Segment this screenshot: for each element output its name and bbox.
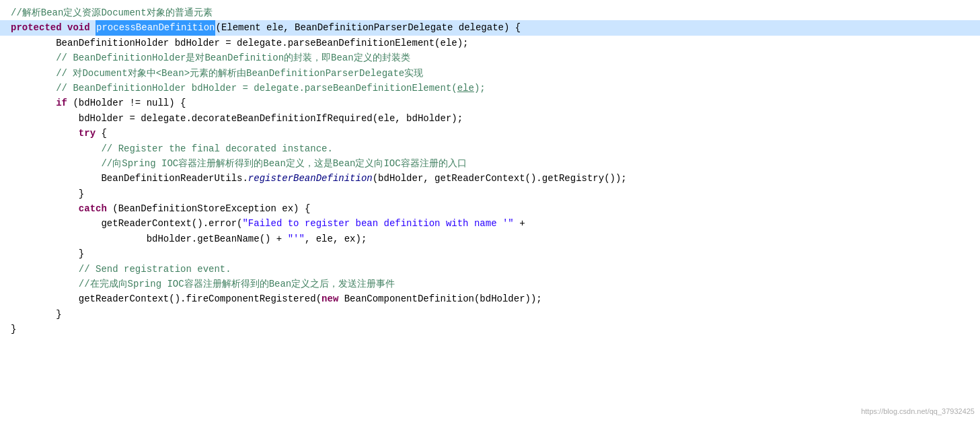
plain-15b: +: [514, 216, 525, 231]
plain-space-2: [90, 20, 96, 35]
code-line-20: getReaderContext().fireComponentRegister…: [0, 291, 980, 306]
plain-12b: (bdHolder, getReaderContext().getRegistr…: [373, 171, 627, 186]
keyword-protected: protected: [11, 20, 62, 35]
str-15: "Failed to register bean definition with…: [242, 216, 513, 231]
code-line-7: if (bdHolder != null) {: [0, 96, 980, 110]
code-line-21: }: [0, 307, 980, 322]
plain-20b: BeanComponentDefinition(bdHolder));: [338, 291, 541, 306]
plain-12a: BeanDefinitionReaderUtils.: [11, 171, 248, 186]
code-line-13: }: [0, 186, 980, 201]
code-line-12: BeanDefinitionReaderUtils. registerBeanD…: [0, 171, 980, 186]
code-line-17: }: [0, 246, 980, 261]
keyword-catch: catch: [79, 201, 107, 216]
comment-1: //解析Bean定义资源Document对象的普通元素: [11, 5, 213, 20]
comment-19: //在完成向Spring IOC容器注册解析得到的Bean定义之后，发送注册事件: [11, 277, 395, 291]
code-line-4: // BeanDefinitionHolder是对BeanDefinition的…: [0, 50, 980, 65]
comment-4a: //: [11, 50, 73, 65]
code-line-10: // Register the final decorated instance…: [0, 141, 980, 156]
code-line-1: //解析Bean定义资源Document对象的普通元素: [0, 5, 980, 20]
code-line-14: catch (BeanDefinitionStoreException ex) …: [0, 201, 980, 216]
method-registerBeanDefinition: registerBeanDefinition: [248, 171, 373, 186]
code-line-6: // BeanDefinitionHolder bdHolder = deleg…: [0, 81, 980, 96]
code-line-9: try {: [0, 126, 980, 141]
plain-15a: getReaderContext().error(: [11, 216, 242, 231]
plain-indent-1: BeanDefinitionHolder bdHolder = delegate…: [11, 36, 469, 50]
plain-21: }: [11, 307, 62, 322]
code-container: //解析Bean定义资源Document对象的普通元素 protected vo…: [0, 0, 980, 422]
code-line-5: // 对Document对象中<Bean>元素的解析由BeanDefinitio…: [0, 66, 980, 81]
keyword-try: try: [79, 126, 96, 141]
comment-18: // Send registration event.: [11, 262, 231, 277]
code-line-22: }: [0, 322, 980, 337]
str-16: "'": [288, 232, 305, 246]
code-line-8: bdHolder = delegate.decorateBeanDefiniti…: [0, 111, 980, 126]
code-line-11: //向Spring IOC容器注册解析得到的Bean定义，这是Bean定义向IO…: [0, 156, 980, 171]
code-line-18: // Send registration event.: [0, 262, 980, 277]
plain-13: }: [11, 186, 84, 201]
comment-10: // Register the final decorated instance…: [11, 141, 333, 156]
code-line-15: getReaderContext().error( "Failed to reg…: [0, 216, 980, 231]
plain-16b: , ele, ex);: [305, 232, 367, 246]
plain-indent-3: [11, 126, 79, 141]
comment-5: // 对Document对象中<Bean>元素的解析由BeanDefinitio…: [11, 66, 423, 81]
plain-8: bdHolder = delegate.decorateBeanDefiniti…: [11, 111, 463, 126]
code-line-2: protected void processBeanDefinition (El…: [0, 20, 980, 35]
plain-space-1: [62, 20, 67, 35]
comment-6: // BeanDefinitionHolder bdHolder = deleg…: [11, 81, 486, 96]
code-line-19: //在完成向Spring IOC容器注册解析得到的Bean定义之后，发送注册事件: [0, 277, 980, 291]
plain-if-body: (bdHolder != null) {: [67, 96, 186, 110]
method-processBeanDefinition: processBeanDefinition: [96, 20, 215, 35]
code-line-3: BeanDefinitionHolder bdHolder = delegate…: [0, 36, 980, 50]
comment-11: //向Spring IOC容器注册解析得到的Bean定义，这是Bean定义向IO…: [11, 156, 467, 171]
keyword-void: void: [67, 20, 90, 35]
plain-catch-body: (BeanDefinitionStoreException ex) {: [107, 201, 310, 216]
plain-indent-2: [11, 96, 56, 110]
plain-22: }: [11, 322, 16, 337]
keyword-new: new: [322, 291, 338, 306]
plain-indent-4: [11, 201, 79, 216]
plain-try-brace: {: [96, 126, 107, 141]
code-line-16: bdHolder.getBeanName() + "'" , ele, ex);: [0, 232, 980, 246]
plain-params: (Element ele, BeanDefinitionParserDelega…: [215, 20, 521, 35]
watermark: https://blog.csdn.net/qq_37932425: [861, 406, 975, 418]
plain-17: }: [11, 246, 84, 261]
plain-16a: bdHolder.getBeanName() +: [11, 232, 288, 246]
keyword-if: if: [56, 96, 67, 110]
plain-20a: getReaderContext().fireComponentRegister…: [11, 291, 322, 306]
comment-4b: BeanDefinitionHolder是对BeanDefinition的封装，…: [73, 50, 410, 65]
